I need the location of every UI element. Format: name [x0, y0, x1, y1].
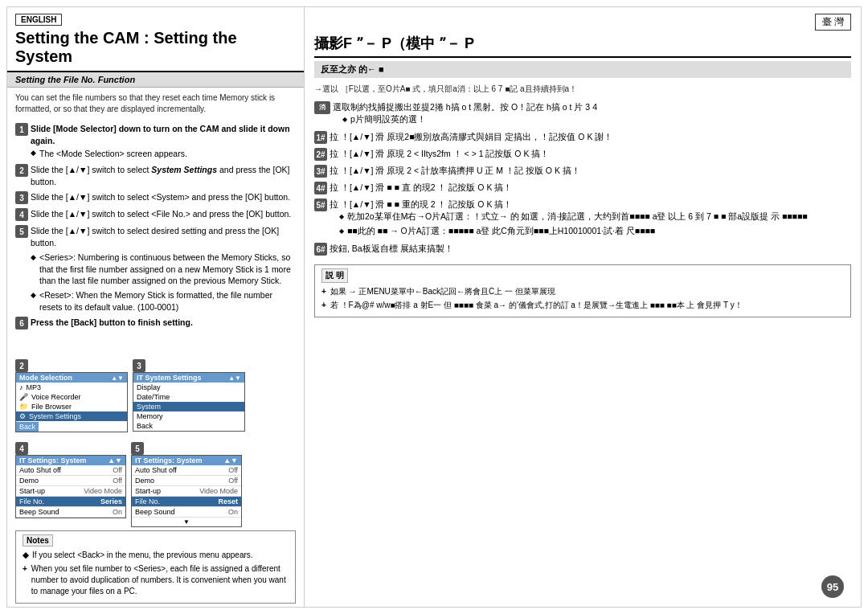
right-step-1: 1# 拉 ！[▲/▼] 滑 原現2■搬別放高清膠式與娟目 定搞出，！記按值 O … [314, 131, 851, 144]
right-step-6-num: 6# [314, 243, 327, 256]
right-step-6-content: 按鈕, Ba板返自標 展結束搞製！ [330, 243, 851, 255]
screen-4-label: 4 [15, 442, 28, 455]
right-step-3: 3# 拉 ！[▲/▼] 滑 原現 2 < 計放率搞擠押 U 正 M ！記 按版 … [314, 165, 851, 178]
section-header-left: Setting the File No. Function [7, 72, 304, 88]
screen-3-group: 3 IT System Settings ▲▼ Display Date/Tim… [133, 358, 245, 436]
screen-back-btn-1: Back [16, 422, 39, 432]
screen-item-system: ⚙System Settings [16, 411, 127, 421]
screen-item-voice: 🎤Voice Recorder [16, 392, 127, 402]
step-5: 5 Slide the [▲/▼] switch to select desir… [15, 225, 296, 313]
step-2-num: 2 [15, 164, 28, 177]
right-badge-area: 臺 灣 [314, 14, 851, 31]
row-4-1: Auto Shut offOff [16, 465, 125, 476]
right-title: 攝影F ˮ－ P（模中 ˮ－ P [314, 34, 851, 58]
row-4-5: Beep SoundOn [16, 507, 125, 518]
intro-text: You can set the file numbers so that the… [7, 88, 304, 120]
taiwan-badge: 臺 灣 [815, 14, 851, 31]
row-5-4: File No.Reset [132, 497, 241, 507]
screen-mode-selection: Mode Selection ▲▼ ♪MP3 🎤Voice Recorder 📁… [15, 372, 128, 432]
right-note-1: 如果 → 正MENU菜單中←Back記回←將會且C上 一 但菜單展現 [321, 286, 844, 297]
right-step-1-content: 拉 ！[▲/▼] 滑 原現2■搬別放高清膠式與娟目 定搞出，！記按值 O K 謝… [330, 131, 851, 143]
right-step-5: 5# 拉 ！[▲/▼] 滑 ■ ■ 重的現 2 ！ 記按版 O K 搞！ 乾加2… [314, 199, 851, 239]
page-title: Setting the CAM : Setting the System [7, 27, 304, 72]
row-4-3: Start-upVideo Mode [16, 486, 125, 497]
right-step-0-num: 消 [314, 101, 330, 114]
right-step-5-content: 拉 ！[▲/▼] 滑 ■ ■ 重的現 2 ！ 記按版 O K 搞！ 乾加2o某單… [330, 199, 851, 239]
screen-item-file: 📁File Browser [16, 402, 127, 411]
screen-title-mode: Mode Selection ▲▼ [16, 373, 127, 383]
right-steps: 消 選取制約找捕捉搬出並提2捲 h搞 o t 黑射。按 O！記在 h搞 o t … [314, 101, 851, 260]
screen-item-datetime: Date/Time [133, 392, 244, 402]
screen-item-display: Display [133, 383, 244, 392]
right-notes-content: 如果 → 正MENU菜單中←Back記回←將會且C上 一 但菜單展現 若 ！F為… [321, 286, 844, 311]
row-4-2: DemoOff [16, 476, 125, 486]
step-4: 4 Slide the [▲/▼] switch to select <File… [15, 208, 296, 221]
screen-5-label: 5 [131, 442, 144, 455]
screen-2-label: 2 [15, 359, 28, 372]
screen-system-settings: IT System Settings ▲▼ Display Date/Time … [133, 372, 245, 432]
screen-4-table: IT Settings: System ▲▼ Auto Shut offOff … [15, 455, 126, 518]
right-notes-title: 説 明 [321, 268, 348, 283]
right-step-2-content: 拉 ！[▲/▼] 滑 原現 2 < IItys2fm ！ < > 1 記按版 O… [330, 148, 851, 160]
right-step-0-content: 選取制約找捕捉搬出並提2捲 h搞 o t 黑射。按 O！記在 h搞 o t 片 … [333, 101, 851, 127]
notes-content-left: ◆ If you select <Back> in the menu, the … [23, 550, 289, 597]
right-step-2-num: 2# [314, 148, 327, 161]
right-step-1-num: 1# [314, 131, 327, 144]
right-diamond-5-2: ■■此的 ■■ → O片A訂選：■■■■■ a登 此C角元到■■■上H10010… [339, 225, 851, 237]
screen-5-group: 5 IT Settings: System ▲▼ Auto Shut offOf… [131, 440, 242, 527]
screens-group: 2 Mode Selection ▲▼ ♪MP3 🎤Voice Recorder [7, 358, 304, 527]
right-col-inner: 臺 灣 攝影F ˮ－ P（模中 ˮ－ P 反至之亦 的← ■ →選以 ［F以選，… [314, 14, 851, 600]
row-5-2: DemoOff [132, 476, 241, 486]
step-3: 3 Slide the [▲/▼] switch to select <Syst… [15, 191, 296, 204]
right-step-4: 4# 拉 ！[▲/▼] 滑 ■ ■ 直 的現2 ！ 記按版 O K 搞！ [314, 182, 851, 194]
page-container: ENGLISH Setting the CAM : Setting the Sy… [0, 0, 868, 614]
screen-5-title: IT Settings: System ▲▼ [132, 456, 241, 465]
right-section-header: 反至之亦 的← ■ [314, 61, 851, 78]
notes-plus-1: When you set file number to <Series>, ea… [23, 563, 289, 597]
screen-item-back-3: Back [133, 421, 244, 431]
screen-4-group: 4 IT Settings: System ▲▼ Auto Shut offOf… [15, 440, 126, 518]
screen-item-mp3: ♪MP3 [16, 383, 127, 392]
step-3-content: Slide the [▲/▼] switch to select <System… [31, 191, 296, 203]
notes-section-left: Notes ◆ If you select <Back> in the menu… [15, 530, 296, 604]
step-5-num: 5 [15, 225, 28, 238]
step-2: 2 Slide the [▲/▼] switch to select Syste… [15, 164, 296, 187]
screen-2-group: 2 Mode Selection ▲▼ ♪MP3 🎤Voice Recorder [15, 358, 128, 437]
screen-item-memory: Memory [133, 411, 244, 421]
row-5-5: Beep SoundOn [132, 507, 241, 518]
screen-title-system: IT System Settings ▲▼ [133, 373, 244, 383]
right-step-4-content: 拉 ！[▲/▼] 滑 ■ ■ 直 的現2 ！ 記按版 O K 搞！ [330, 182, 851, 194]
right-step-0: 消 選取制約找捕捉搬出並提2捲 h搞 o t 黑射。按 O！記在 h搞 o t … [314, 101, 851, 127]
step-6-content: Press the [Back] button to finish settin… [31, 317, 296, 329]
step-6-num: 6 [15, 317, 28, 330]
screen-item-system-sel: System [133, 402, 244, 411]
step-1-num: 1 [15, 123, 28, 136]
right-bullet-0: p片簡明設英的選！ [342, 113, 851, 125]
notes-title-left: Notes [23, 534, 53, 546]
step-3-num: 3 [15, 191, 28, 204]
row-5-3: Start-upVideo Mode [132, 486, 241, 497]
right-note-2: 若 ！F為@# w/w■搭排 a 射E一 但 ■■■■ 食菜 a→ 的'儀會式,… [321, 300, 844, 311]
page-number: 95 [821, 575, 844, 598]
step-1: 1 Slide [Mode Selector] down to turn on … [15, 123, 296, 160]
right-step-2: 2# 拉 ！[▲/▼] 滑 原現 2 < IItys2fm ！ < > 1 記按… [314, 148, 851, 161]
step-4-num: 4 [15, 208, 28, 221]
right-step-6: 6# 按鈕, Ba板返自標 展結束搞製！ [314, 243, 851, 256]
step-5-content: Slide the [▲/▼] switch to select desired… [31, 225, 296, 313]
right-notes-section: 説 明 如果 → 正MENU菜單中←Back記回←將會且C上 一 但菜單展現 若… [314, 264, 851, 317]
right-diamond-5-1: 乾加2o某單住M右→O片A訂選：！式立→ 的 如選，消·接記選，大约到首■■■■… [339, 211, 851, 223]
english-badge: ENGLISH [15, 14, 62, 26]
step-4-content: Slide the [▲/▼] switch to select <File N… [31, 208, 296, 220]
screen-3-label: 3 [133, 359, 145, 372]
main-content: ENGLISH Setting the CAM : Setting the Sy… [6, 6, 862, 608]
screen-5-table: IT Settings: System ▲▼ Auto Shut offOff … [131, 455, 242, 527]
right-step-3-num: 3# [314, 165, 327, 178]
step-2-content: Slide the [▲/▼] switch to select System … [31, 164, 296, 187]
row-5-1: Auto Shut offOff [132, 465, 241, 476]
step-6: 6 Press the [Back] button to finish sett… [15, 317, 296, 330]
left-column: ENGLISH Setting the CAM : Setting the Sy… [7, 7, 305, 607]
right-step-3-content: 拉 ！[▲/▼] 滑 原現 2 < 計放率搞擠押 U 正 M ！記 按版 O K… [330, 165, 851, 177]
right-step-5-num: 5# [314, 199, 327, 211]
step-1-content: Slide [Mode Selector] down to turn on th… [31, 123, 296, 160]
right-intro: →選以 ［F以選，至O片A■ 式，填只部a消：以上 6 7 ■記 a且持續持到a… [314, 83, 851, 95]
